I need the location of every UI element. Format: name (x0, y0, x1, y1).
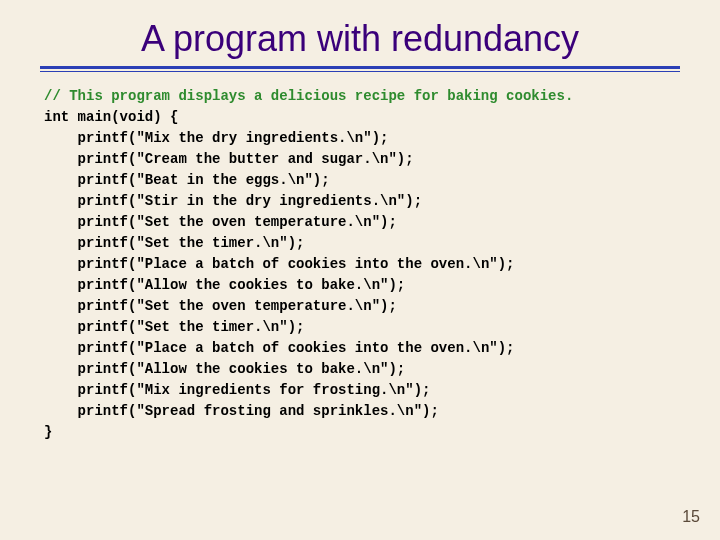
code-line: printf("Mix ingredients for frosting.\n"… (78, 382, 431, 398)
code-line: printf("Allow the cookies to bake.\n"); (78, 361, 406, 377)
code-signature: int main(void) { (44, 109, 178, 125)
code-line: printf("Set the timer.\n"); (78, 319, 305, 335)
code-comment: // This program displays a delicious rec… (44, 88, 573, 104)
code-line: printf("Set the oven temperature.\n"); (78, 214, 397, 230)
code-block: // This program displays a delicious rec… (0, 72, 720, 443)
code-line: printf("Stir in the dry ingredients.\n")… (78, 193, 422, 209)
code-line: printf("Cream the butter and sugar.\n"); (78, 151, 414, 167)
code-close: } (44, 424, 52, 440)
code-line: printf("Allow the cookies to bake.\n"); (78, 277, 406, 293)
code-line: printf("Place a batch of cookies into th… (78, 340, 515, 356)
slide-title: A program with redundancy (0, 0, 720, 66)
code-line: printf("Spread frosting and sprinkles.\n… (78, 403, 439, 419)
page-number: 15 (682, 508, 700, 526)
slide: A program with redundancy // This progra… (0, 0, 720, 540)
code-line: printf("Place a batch of cookies into th… (78, 256, 515, 272)
code-line: printf("Beat in the eggs.\n"); (78, 172, 330, 188)
code-line: printf("Set the oven temperature.\n"); (78, 298, 397, 314)
code-line: printf("Set the timer.\n"); (78, 235, 305, 251)
code-line: printf("Mix the dry ingredients.\n"); (78, 130, 389, 146)
